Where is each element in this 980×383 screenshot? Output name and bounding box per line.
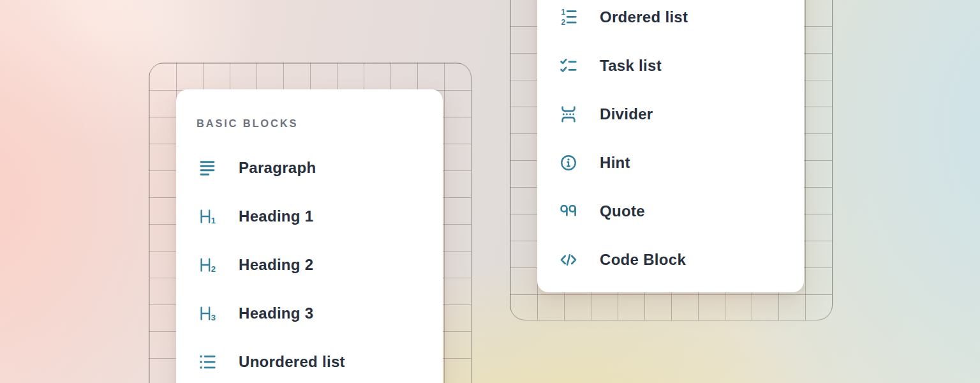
unordered-list-icon (198, 352, 217, 372)
menu-item-task-list[interactable]: Task list (537, 41, 804, 90)
code-block-icon (559, 250, 578, 269)
editor-blocks-hero: BASIC BLOCKS Paragraph1Heading 12Heading… (0, 0, 980, 383)
hint-icon (559, 153, 578, 172)
heading-3-icon: 3 (198, 304, 217, 323)
heading-1-icon: 1 (198, 207, 217, 226)
menu-items-left: Paragraph1Heading 12Heading 23Heading 3U… (176, 144, 443, 383)
svg-text:2: 2 (561, 18, 566, 27)
menu-item-label: Ordered list (600, 8, 688, 26)
divider-icon (559, 105, 578, 124)
paragraph-icon (198, 158, 217, 177)
menu-item-heading-3[interactable]: 3Heading 3 (176, 289, 443, 338)
svg-text:3: 3 (211, 313, 216, 322)
menu-item-unordered-list[interactable]: Unordered list (176, 338, 443, 383)
menu-item-heading-1[interactable]: 1Heading 1 (176, 192, 443, 241)
menu-item-code-block[interactable]: Code Block (537, 236, 804, 284)
menu-items-right: 12Ordered listTask listDividerHintQuoteC… (537, 0, 804, 284)
svg-text:2: 2 (211, 264, 216, 274)
menu-item-hint[interactable]: Hint (537, 139, 804, 187)
menu-item-label: Hint (600, 154, 630, 172)
menu-item-label: Task list (600, 57, 662, 75)
menu-item-label: Unordered list (239, 353, 345, 371)
menu-item-label: Divider (600, 105, 653, 123)
blocks-menu-continued: 12Ordered listTask listDividerHintQuoteC… (537, 0, 804, 292)
menu-item-label: Code Block (600, 251, 686, 269)
menu-section-title: BASIC BLOCKS (197, 117, 298, 130)
svg-text:1: 1 (561, 8, 566, 17)
menu-item-label: Heading 2 (239, 256, 313, 274)
menu-item-heading-2[interactable]: 2Heading 2 (176, 241, 443, 289)
menu-item-paragraph[interactable]: Paragraph (176, 144, 443, 192)
ordered-list-icon: 12 (559, 8, 578, 27)
menu-item-label: Heading 3 (239, 304, 313, 322)
svg-text:1: 1 (211, 216, 216, 225)
menu-item-label: Heading 1 (239, 207, 313, 225)
menu-item-quote[interactable]: Quote (537, 187, 804, 236)
task-list-icon (559, 56, 578, 75)
heading-2-icon: 2 (198, 255, 217, 274)
menu-item-label: Quote (600, 202, 645, 220)
menu-item-divider[interactable]: Divider (537, 90, 804, 139)
basic-blocks-menu: BASIC BLOCKS Paragraph1Heading 12Heading… (176, 89, 443, 383)
menu-item-label: Paragraph (239, 159, 316, 177)
quote-icon (559, 202, 578, 221)
menu-item-ordered-list[interactable]: 12Ordered list (537, 0, 804, 41)
